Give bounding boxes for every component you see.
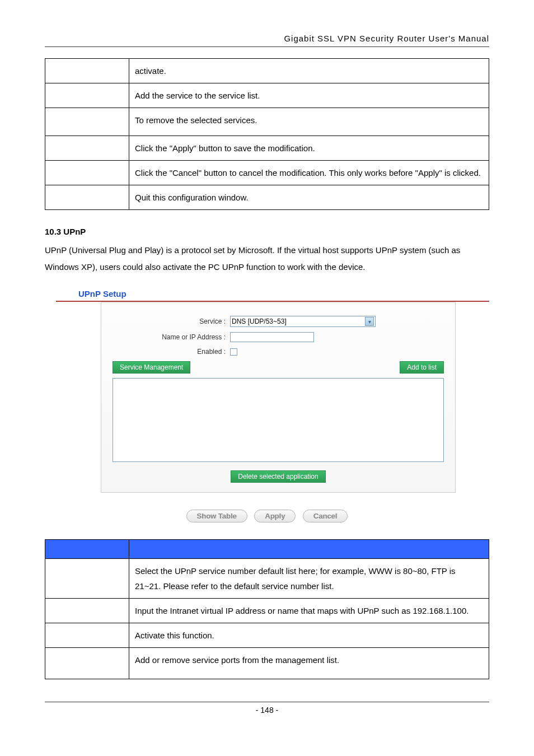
add-to-list-button[interactable]: Add to list: [400, 361, 444, 374]
service-listbox[interactable]: [113, 378, 444, 462]
row-desc: Quit this configuration window.: [129, 185, 489, 210]
row-desc: Activate this function.: [129, 623, 489, 648]
row-desc: Select the UPnP service number default l…: [129, 559, 489, 599]
cancel-button[interactable]: Cancel: [303, 510, 348, 522]
paragraph-upnp-intro: UPnP (Universal Plug and Play) is a prot…: [45, 242, 489, 276]
name-ip-input[interactable]: [230, 332, 314, 342]
description-table-1: activate. Add the service to the service…: [45, 58, 489, 210]
row-label: [45, 108, 129, 136]
row-label: [45, 83, 129, 108]
table-row: Click the "Apply" button to save the mod…: [45, 136, 489, 161]
upnp-config-panel: Service : DNS [UDP/53~53] ▾ Name or IP A…: [101, 302, 456, 493]
row-label: [45, 59, 129, 83]
row-desc: Input the Intranet virtual IP address or…: [129, 599, 489, 623]
service-select[interactable]: DNS [UDP/53~53] ▾: [230, 316, 376, 327]
description-table-2: Select the UPnP service number default l…: [45, 539, 489, 679]
row-desc: Add the service to the service list.: [129, 83, 489, 108]
apply-button[interactable]: Apply: [254, 510, 296, 522]
row-desc: Add or remove service ports from the man…: [129, 648, 489, 679]
table-row: Activate this function.: [45, 623, 489, 648]
table-row: Select the UPnP service number default l…: [45, 559, 489, 599]
row-label: [45, 559, 129, 599]
service-select-value: DNS [UDP/53~53]: [232, 318, 287, 325]
chevron-down-icon[interactable]: ▾: [365, 317, 374, 326]
page-header: Gigabit SSL VPN Security Router User's M…: [45, 34, 489, 47]
bottom-button-row: Show Table Apply Cancel: [45, 510, 489, 522]
table-row: To remove the selected services.: [45, 108, 489, 136]
table2-header-left: [45, 540, 129, 559]
row-label: [45, 648, 129, 679]
enabled-label: Enabled :: [113, 348, 230, 356]
show-table-button[interactable]: Show Table: [186, 510, 247, 522]
row-desc: Click the "Apply" button to save the mod…: [129, 136, 489, 161]
row-label: [45, 623, 129, 648]
row-desc: activate.: [129, 59, 489, 83]
row-label: [45, 599, 129, 623]
row-label: [45, 136, 129, 161]
enabled-checkbox[interactable]: [230, 348, 237, 356]
table-row: Click the "Cancel" button to cancel the …: [45, 161, 489, 185]
row-desc: Click the "Cancel" button to cancel the …: [129, 161, 489, 185]
section-heading: 10.3 UPnP: [45, 227, 489, 236]
delete-selected-button[interactable]: Delete selected application: [231, 470, 325, 483]
table-row: Add or remove service ports from the man…: [45, 648, 489, 679]
row-label: [45, 185, 129, 210]
table-row: activate.: [45, 59, 489, 83]
row-desc: To remove the selected services.: [129, 108, 489, 136]
upnp-setup-heading: UPnP Setup: [56, 287, 489, 302]
page-footer: - 148 -: [45, 702, 489, 715]
table2-header-right: [129, 540, 489, 559]
table-row: Add the service to the service list.: [45, 83, 489, 108]
row-label: [45, 161, 129, 185]
service-management-button[interactable]: Service Management: [113, 361, 190, 374]
name-ip-label: Name or IP Address :: [113, 333, 230, 341]
table-row: Quit this configuration window.: [45, 185, 489, 210]
table-row: Input the Intranet virtual IP address or…: [45, 599, 489, 623]
service-label: Service :: [113, 318, 230, 325]
